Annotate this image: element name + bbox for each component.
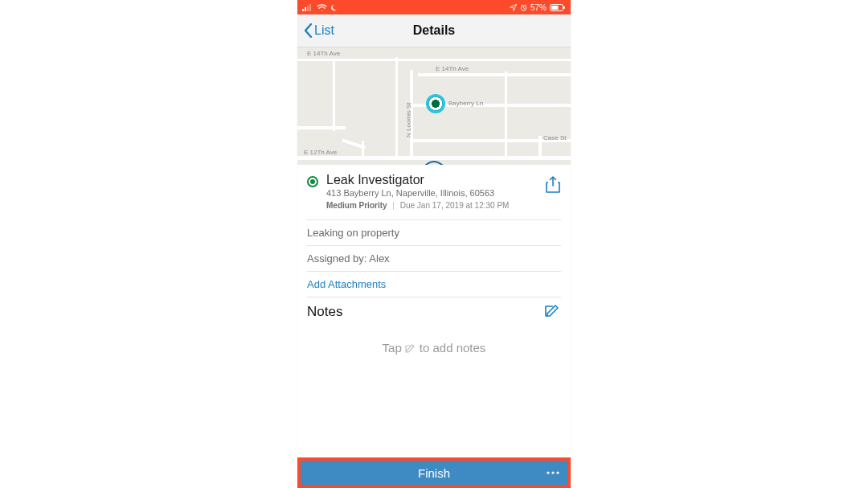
edit-notes-button[interactable]	[545, 302, 561, 322]
battery-percent: 57%	[530, 3, 547, 12]
task-due: Due Jan 17, 2019 at 12:30 PM	[400, 201, 510, 210]
status-bar: 57%	[297, 0, 571, 14]
map-drag-handle-icon[interactable]	[424, 157, 444, 165]
finish-button[interactable]: Finish	[301, 461, 567, 485]
svg-rect-1	[305, 7, 306, 11]
street-label: Case St	[543, 134, 566, 141]
map-view[interactable]: E 14Th Ave E 14Th Ave Bayberry Ln E 12Th…	[297, 47, 571, 165]
task-priority: Medium Priority	[326, 201, 387, 210]
battery-icon	[550, 4, 566, 11]
task-address: 413 Bayberry Ln, Naperville, Illinois, 6…	[326, 188, 537, 198]
street-label: E 14Th Ave	[436, 65, 469, 72]
svg-point-10	[556, 471, 559, 474]
svg-rect-7	[563, 6, 565, 9]
task-title: Leak Investigator	[326, 173, 537, 187]
finish-more-button[interactable]	[547, 461, 559, 485]
wifi-icon	[317, 4, 327, 11]
map-pin-icon[interactable]	[428, 96, 444, 112]
task-description-row: Leaking on property	[297, 220, 571, 245]
svg-rect-6	[551, 6, 559, 10]
share-button[interactable]	[545, 173, 561, 197]
assigned-by-row: Assigned by: Alex	[297, 246, 571, 271]
alarm-icon	[520, 4, 527, 11]
street-label: E 12Th Ave	[304, 149, 337, 156]
street-label: N Loomis St	[405, 102, 412, 137]
status-dot-icon	[307, 176, 318, 187]
notes-placeholder[interactable]: Tap to add notes	[297, 322, 571, 355]
edit-icon	[545, 302, 561, 318]
street-label: Bayberry Ln	[448, 100, 483, 107]
svg-point-8	[547, 471, 549, 474]
chevron-left-icon	[304, 23, 313, 38]
signal-icon	[302, 4, 313, 11]
add-attachments-link[interactable]: Add Attachments	[297, 272, 571, 297]
notes-label: Notes	[307, 304, 342, 320]
notes-header: Notes	[297, 297, 571, 322]
svg-rect-0	[302, 9, 304, 11]
svg-point-9	[551, 471, 554, 474]
share-icon	[545, 176, 561, 194]
status-right: 57%	[510, 3, 566, 12]
notes-placeholder-pre: Tap	[383, 341, 402, 355]
svg-rect-2	[307, 6, 309, 11]
street-label: E 14Th Ave	[307, 50, 340, 57]
location-icon	[510, 4, 517, 11]
notes-placeholder-post: to add notes	[420, 341, 486, 355]
status-left	[302, 4, 338, 11]
back-button[interactable]: List	[297, 23, 341, 38]
phone-screen: 57% List Details	[297, 0, 571, 488]
finish-bar-highlight: Finish	[297, 457, 571, 488]
nav-bar: List Details	[297, 14, 571, 47]
finish-label: Finish	[418, 466, 450, 480]
svg-rect-3	[309, 4, 311, 11]
back-label: List	[314, 23, 334, 38]
task-header: Leak Investigator 413 Bayberry Ln, Naper…	[297, 165, 571, 219]
more-icon	[547, 471, 559, 474]
edit-small-icon	[405, 342, 416, 354]
task-meta: Medium Priority | Due Jan 17, 2019 at 12…	[326, 201, 537, 210]
moon-icon	[330, 4, 338, 11]
